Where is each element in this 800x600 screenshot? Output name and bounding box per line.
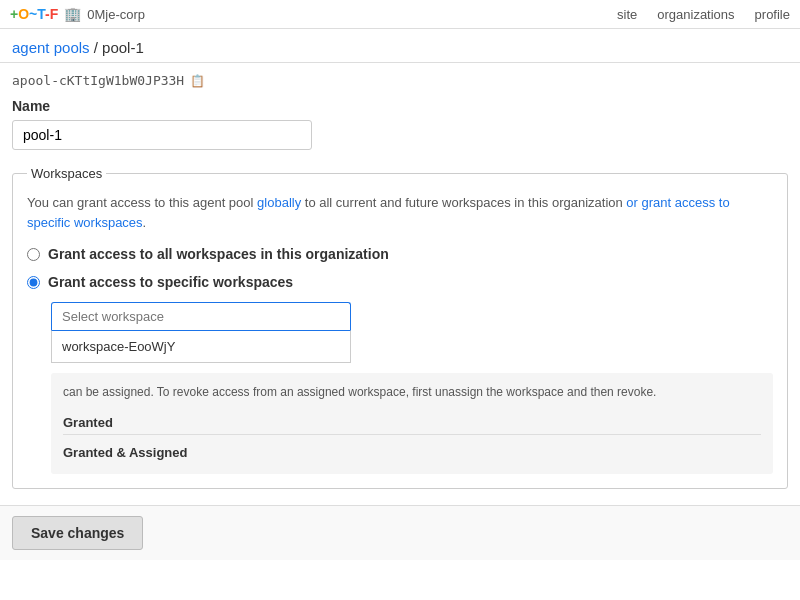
radio-option-all: Grant access to all workspaces in this o… <box>27 246 773 262</box>
desc-link-globally[interactable]: globally <box>257 195 301 210</box>
desc-link-specific[interactable]: or grant access to specific workspaces <box>27 195 730 230</box>
breadcrumb-separator: / <box>90 39 103 56</box>
save-changes-button[interactable]: Save changes <box>12 516 143 550</box>
radio-option-specific: Grant access to specific workspaces <box>27 274 773 290</box>
org-icon: 🏢 <box>64 6 81 22</box>
logo-area: +O~T-F 🏢 0Mje-corp <box>10 6 617 22</box>
name-label: Name <box>12 98 788 114</box>
workspace-select-area: workspace-EooWjY can be assigned. To rev… <box>51 302 773 474</box>
top-nav: site organizations profile <box>617 7 790 22</box>
granted-header: Granted <box>63 411 761 435</box>
radio-all-label[interactable]: Grant access to all workspaces in this o… <box>48 246 389 262</box>
workspace-dropdown: workspace-EooWjY <box>51 330 351 363</box>
workspace-search-input[interactable] <box>51 302 351 330</box>
nav-organizations[interactable]: organizations <box>657 7 734 22</box>
save-bar: Save changes <box>0 505 800 560</box>
workspace-dropdown-item[interactable]: workspace-EooWjY <box>52 331 350 362</box>
radio-specific-workspaces[interactable] <box>27 276 40 289</box>
name-input[interactable] <box>12 120 312 150</box>
breadcrumb-current: pool-1 <box>102 39 144 56</box>
workspaces-legend: Workspaces <box>27 166 106 181</box>
org-name: 0Mje-corp <box>87 7 145 22</box>
radio-specific-label[interactable]: Grant access to specific workspaces <box>48 274 293 290</box>
granted-section: can be assigned. To revoke access from a… <box>51 373 773 474</box>
workspaces-fieldset: Workspaces You can grant access to this … <box>12 166 788 489</box>
nav-site[interactable]: site <box>617 7 637 22</box>
granted-note: can be assigned. To revoke access from a… <box>63 383 761 401</box>
granted-note-text: can be assigned. To revoke access from a… <box>63 385 656 399</box>
topbar: +O~T-F 🏢 0Mje-corp site organizations pr… <box>0 0 800 29</box>
pool-id-row: apool-cKTtIgW1bW0JP33H 📋 <box>0 73 800 98</box>
logo-icon: +O~T-F <box>10 6 58 22</box>
granted-assigned-header: Granted & Assigned <box>63 441 761 464</box>
radio-all-workspaces[interactable] <box>27 248 40 261</box>
nav-profile[interactable]: profile <box>755 7 790 22</box>
header-divider <box>0 62 800 63</box>
pool-id-value: apool-cKTtIgW1bW0JP33H <box>12 73 184 88</box>
breadcrumb: agent pools / pool-1 <box>0 29 800 62</box>
copy-icon[interactable]: 📋 <box>190 74 205 88</box>
workspaces-description: You can grant access to this agent pool … <box>27 193 773 232</box>
breadcrumb-parent[interactable]: agent pools <box>12 39 90 56</box>
name-section: Name <box>0 98 800 166</box>
